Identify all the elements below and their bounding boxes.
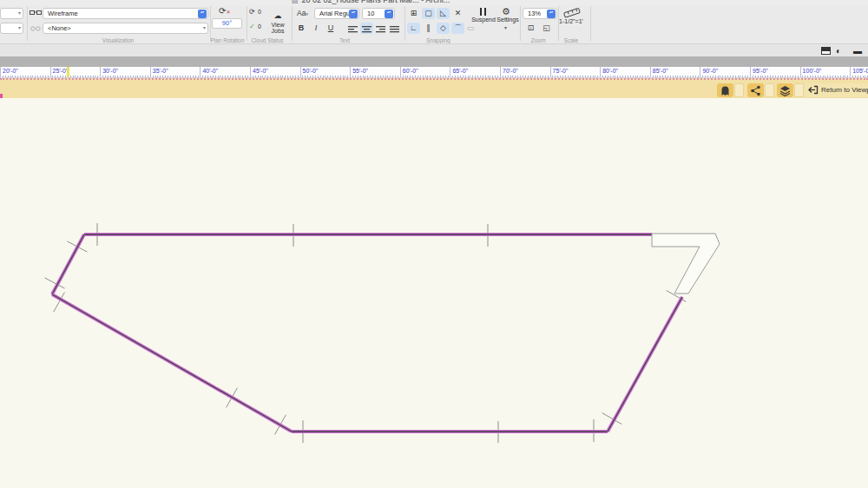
ruler-minor-tick bbox=[807, 76, 808, 77]
tracker-toggle-icon[interactable] bbox=[821, 47, 831, 55]
ruler-minor-tick bbox=[340, 76, 341, 77]
ruler-minor-tick bbox=[742, 76, 743, 77]
ruler-minor-tick bbox=[552, 76, 553, 77]
text-style-button[interactable]: Aa▾ bbox=[293, 8, 312, 19]
trace-reference-button[interactable] bbox=[717, 83, 733, 97]
ruler-minor-tick bbox=[710, 76, 711, 77]
layers-button[interactable] bbox=[777, 83, 793, 97]
ruler-minor-tick bbox=[452, 76, 453, 77]
ruler-minor-tick bbox=[580, 76, 581, 77]
bounding-box-snap-button[interactable]: ▢ bbox=[422, 8, 435, 19]
zoom-fit-button[interactable]: ◱ bbox=[540, 23, 553, 34]
grid-snap-button[interactable]: ⊞ bbox=[407, 8, 420, 19]
arc-snap-button[interactable]: ⌒ bbox=[451, 23, 464, 34]
snapping-section-label: Snapping bbox=[412, 37, 464, 43]
stepper-icon[interactable]: ▴▾ bbox=[547, 10, 556, 18]
graphic-override-select[interactable]: <None> ▾ bbox=[43, 23, 208, 34]
stepper-icon[interactable]: ▴▾ bbox=[385, 10, 393, 18]
left-combo-top[interactable]: ▾ bbox=[0, 8, 23, 19]
ruler-minor-tick bbox=[560, 76, 561, 77]
layers-option[interactable] bbox=[794, 83, 804, 97]
trace-reference-option[interactable] bbox=[734, 83, 744, 97]
panel-toggle-icon[interactable]: ▬ bbox=[853, 46, 862, 56]
plan-rotation-input[interactable]: 90° bbox=[212, 18, 242, 29]
ruler-minor-tick bbox=[773, 76, 773, 77]
ruler-minor-tick bbox=[327, 76, 328, 77]
italic-button[interactable]: I bbox=[310, 23, 322, 34]
view-jobs-button[interactable]: ☁ View Jobs bbox=[266, 6, 290, 34]
ruler-minor-tick bbox=[375, 76, 376, 77]
bold-button[interactable]: B bbox=[295, 23, 307, 34]
ruler-minor-tick bbox=[838, 76, 838, 77]
share-view-option[interactable] bbox=[765, 83, 774, 97]
corner-snap-button[interactable]: ∟ bbox=[407, 23, 420, 34]
contrast-icon[interactable]: ◐ bbox=[836, 46, 841, 56]
align-center-button[interactable] bbox=[360, 23, 373, 34]
model-view-options-select[interactable]: Wireframe ▴▾ bbox=[43, 8, 208, 19]
ruler-minor-tick bbox=[90, 76, 91, 77]
no-snap-button[interactable]: ✕ bbox=[451, 8, 464, 19]
font-family-select[interactable]: Arial Regular ▴▾ bbox=[314, 8, 359, 19]
ruler-minor-tick bbox=[745, 76, 746, 77]
align-left-button[interactable] bbox=[346, 23, 359, 34]
ruler-minor-tick bbox=[310, 76, 311, 77]
align-justify-button[interactable] bbox=[388, 23, 401, 34]
ruler-minor-tick bbox=[810, 76, 811, 77]
ruler-minor-tick bbox=[238, 76, 239, 77]
chevron-down-icon[interactable]: ▾ bbox=[504, 24, 507, 30]
ruler-minor-tick bbox=[385, 76, 386, 77]
zoom-level-select[interactable]: 13% ▴▾ bbox=[523, 8, 557, 19]
ruler-major-tick bbox=[100, 67, 101, 78]
ruler-minor-tick bbox=[662, 76, 663, 77]
zoom-marquee-button[interactable]: ⊡ bbox=[524, 23, 537, 34]
ruler-minor-tick bbox=[785, 76, 786, 77]
parallel-snap-button[interactable]: ∥ bbox=[422, 23, 435, 34]
share-view-button[interactable] bbox=[747, 83, 764, 97]
chevron-down-icon: ▾ bbox=[203, 23, 206, 33]
ruler-minor-tick bbox=[488, 76, 489, 77]
ruler-minor-tick bbox=[490, 76, 490, 77]
ruler-minor-tick bbox=[698, 76, 699, 77]
scale-value[interactable]: 1-1/2"=1' bbox=[554, 18, 589, 24]
diamond-snap-button[interactable]: ◇ bbox=[437, 23, 450, 34]
ruler-minor-tick bbox=[62, 76, 63, 77]
horizontal-ruler[interactable]: 20'-0"25'-0"30'-0"35'-0"40'-0"45'-0"50'-… bbox=[0, 67, 868, 78]
font-size-select[interactable]: 10 ▴▾ bbox=[362, 8, 395, 19]
ruler-minor-tick bbox=[557, 76, 558, 77]
left-combo-bottom[interactable]: ▾ bbox=[0, 23, 23, 34]
ruler-minor-tick bbox=[820, 76, 821, 77]
ruler-minor-tick bbox=[802, 76, 803, 77]
graphic-override-icon bbox=[30, 24, 42, 35]
stepper-icon[interactable]: ▴▾ bbox=[349, 10, 358, 18]
ruler-minor-tick bbox=[713, 76, 713, 77]
ruler-minor-tick bbox=[830, 76, 831, 77]
floor-plan-view[interactable] bbox=[0, 98, 868, 488]
slope-snap-button[interactable]: ◺ bbox=[437, 8, 450, 19]
drawing-canvas[interactable] bbox=[0, 98, 868, 488]
ruler-minor-tick bbox=[280, 76, 281, 77]
ruler-label: 75'-0" bbox=[553, 68, 569, 74]
ruler-minor-tick bbox=[530, 76, 531, 77]
ruler-minor-tick bbox=[508, 76, 509, 77]
return-to-viewpoint-button[interactable]: Return to Viewp bbox=[805, 83, 868, 97]
snap-extra-button[interactable]: ▭ bbox=[465, 23, 476, 34]
ruler-minor-tick bbox=[113, 76, 114, 77]
align-right-button[interactable] bbox=[374, 23, 387, 34]
ruler-minor-tick bbox=[460, 76, 461, 77]
ruler-minor-tick bbox=[180, 76, 181, 77]
ruler-minor-tick bbox=[275, 76, 276, 77]
window-title: ▤20 02 02_House Plans Part Mar... - Arch… bbox=[292, 0, 450, 4]
ruler-minor-tick bbox=[17, 76, 18, 77]
ruler-minor-tick bbox=[130, 76, 131, 77]
ruler-minor-tick bbox=[227, 76, 228, 77]
ruler-minor-tick bbox=[398, 76, 398, 77]
ruler-minor-tick bbox=[315, 76, 316, 77]
ruler-minor-tick bbox=[240, 76, 240, 77]
ruler-minor-tick bbox=[173, 76, 174, 77]
ruler-minor-tick bbox=[210, 76, 211, 77]
white-wall-segment[interactable] bbox=[652, 234, 720, 293]
underline-button[interactable]: U bbox=[325, 23, 337, 34]
stepper-icon[interactable]: ▴▾ bbox=[198, 10, 207, 18]
ruler-minor-tick bbox=[133, 76, 134, 77]
ruler-minor-tick bbox=[570, 76, 571, 77]
